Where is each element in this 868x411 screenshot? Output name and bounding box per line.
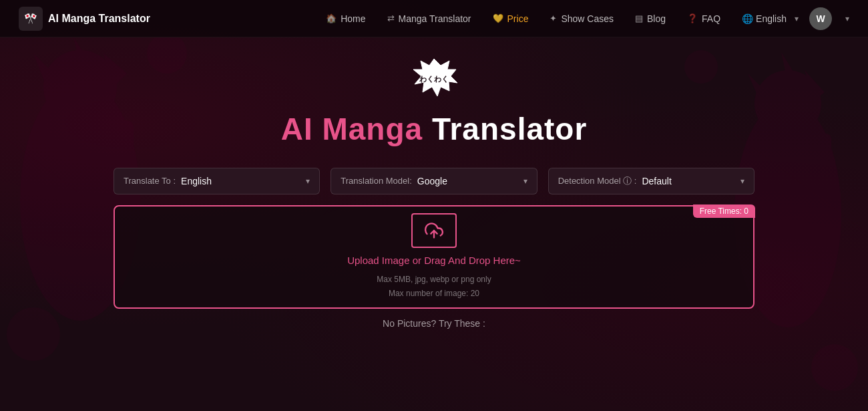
- hero-title-white: Translator: [423, 112, 587, 146]
- svg-text:わくわく: わくわく: [419, 75, 449, 83]
- bottom-hint: No Pictures? Try These :: [383, 318, 485, 329]
- upload-hint-line1: Max 5MB, jpg, webp or png only: [377, 273, 491, 286]
- nav-logo[interactable]: 🎌 AI Manga Translator: [19, 7, 150, 31]
- lang-chevron-icon: ▾: [795, 14, 799, 23]
- upload-icon: [425, 221, 443, 240]
- blog-icon: ▤: [635, 13, 643, 23]
- language-selector[interactable]: 🌐 English ▾: [742, 13, 799, 24]
- translation-model-label: Translation Model:: [341, 176, 411, 186]
- hero-section: わくわく AI Manga Translator Translate To : …: [0, 37, 868, 411]
- language-label: English: [756, 13, 787, 24]
- hero-title: AI Manga Translator: [281, 112, 588, 146]
- free-times-badge: Free Times: 0: [693, 204, 755, 218]
- nav-item-blog[interactable]: ▤Blog: [635, 13, 666, 24]
- upload-text: Upload Image or Drag And Drop Here~: [347, 255, 521, 266]
- upload-hint: Max 5MB, jpg, webp or png only Max numbe…: [377, 273, 491, 300]
- price-icon: 💛: [493, 13, 503, 23]
- page-wrapper: 🎌 AI Manga Translator 🏠Home ⇄Manga Trans…: [0, 0, 868, 411]
- nav-item-home[interactable]: 🏠Home: [326, 13, 365, 24]
- translate-to-value: English: [181, 176, 300, 186]
- nav-item-manga-translator[interactable]: ⇄Manga Translator: [387, 13, 471, 24]
- detection-model-arrow-icon: ▾: [740, 176, 744, 186]
- translate-to-label: Translate To :: [124, 176, 176, 186]
- translation-model-value: Google: [417, 176, 518, 186]
- detection-model-value: Default: [642, 176, 735, 186]
- nav-item-showcases[interactable]: ✦Show Cases: [550, 13, 614, 24]
- hero-logo-badge: わくわく: [404, 57, 464, 104]
- translation-model-arrow-icon: ▾: [523, 176, 527, 186]
- lang-icon: 🌐: [742, 13, 753, 24]
- nav-links: 🏠Home ⇄Manga Translator 💛Price ✦Show Cas…: [326, 13, 720, 24]
- upload-icon-box: [411, 213, 457, 248]
- hero-title-pink: AI Manga: [281, 112, 423, 146]
- nav-item-faq[interactable]: ❓FAQ: [687, 13, 720, 24]
- faq-icon: ❓: [687, 13, 698, 23]
- showcase-icon: ✦: [550, 13, 557, 23]
- detection-model-label: Detection Model ⓘ :: [558, 175, 637, 187]
- upload-area[interactable]: Upload Image or Drag And Drop Here~ Max …: [114, 205, 754, 309]
- upload-hint-line2: Max number of image: 20: [377, 287, 491, 300]
- translate-to-dropdown[interactable]: Translate To : English ▾: [114, 168, 320, 194]
- translate-icon: ⇄: [387, 13, 395, 23]
- logo-text: AI Manga Translator: [48, 13, 150, 25]
- translate-to-arrow-icon: ▾: [306, 176, 310, 186]
- nav-right: 🌐 English ▾ W ▾: [742, 7, 849, 30]
- detection-model-dropdown[interactable]: Detection Model ⓘ : Default ▾: [548, 168, 754, 194]
- nav-expand-icon[interactable]: ▾: [845, 14, 849, 23]
- controls-row: Translate To : English ▾ Translation Mod…: [114, 168, 754, 194]
- user-avatar[interactable]: W: [809, 7, 832, 30]
- upload-wrapper: Free Times: 0 Upload Image or Drag And D…: [114, 205, 754, 309]
- nav-item-price[interactable]: 💛Price: [493, 13, 529, 24]
- translation-model-dropdown[interactable]: Translation Model: Google ▾: [331, 168, 537, 194]
- navbar: 🎌 AI Manga Translator 🏠Home ⇄Manga Trans…: [0, 0, 868, 37]
- home-icon: 🏠: [326, 13, 337, 23]
- logo-icon: 🎌: [19, 7, 43, 31]
